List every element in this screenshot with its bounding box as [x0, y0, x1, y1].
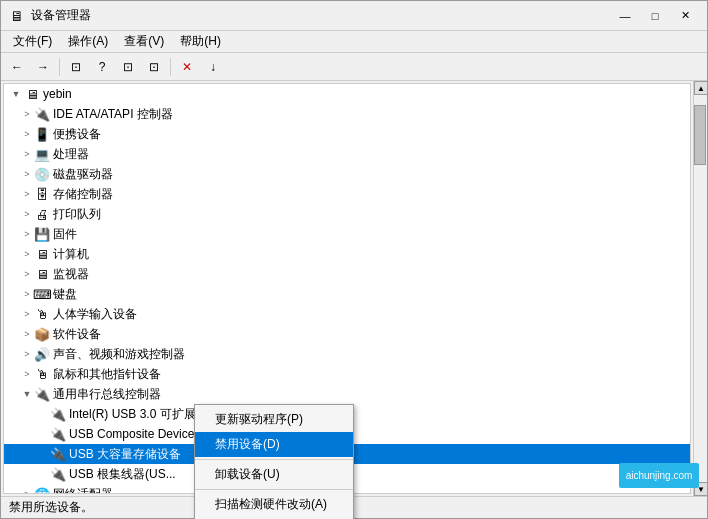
expand-icon: >	[20, 369, 34, 379]
menu-bar: 文件(F) 操作(A) 查看(V) 帮助(H)	[1, 31, 707, 53]
watermark-text: aichunjing.com	[626, 470, 693, 481]
tree-root[interactable]: ▼ 🖥 yebin	[4, 84, 690, 104]
down-btn[interactable]: ↓	[201, 56, 225, 78]
toolbar-separator-1	[59, 58, 60, 76]
tree-item-label: 声音、视频和游戏控制器	[53, 346, 185, 363]
window-title: 设备管理器	[31, 7, 611, 24]
tree-item-label: USB Composite Device	[69, 427, 194, 441]
back-button[interactable]: ←	[5, 56, 29, 78]
menu-view[interactable]: 查看(V)	[116, 31, 172, 52]
expand-icon: >	[20, 349, 34, 359]
tree-item-label: 打印队列	[53, 206, 101, 223]
menu-action[interactable]: 操作(A)	[60, 31, 116, 52]
tree-item-icon: 🔊	[34, 346, 50, 362]
tree-item-label: 磁盘驱动器	[53, 166, 113, 183]
tree-item-monitor[interactable]: > 🖥 监视器	[4, 264, 690, 284]
tree-item-hid[interactable]: > 🖱 人体学输入设备	[4, 304, 690, 324]
title-bar-buttons: — □ ✕	[611, 5, 699, 27]
tree-item-label: 存储控制器	[53, 186, 113, 203]
expand-icon: >	[20, 489, 34, 494]
tree-item-icon: 🖨	[34, 206, 50, 222]
scrollbar-thumb[interactable]	[694, 105, 706, 165]
tree-item-label: 固件	[53, 226, 77, 243]
expand-icon: >	[20, 109, 34, 119]
toolbar-separator-2	[170, 58, 171, 76]
tree-item-label: 便携设备	[53, 126, 101, 143]
tree-item-com[interactable]: ▼ 🔌 通用串行总线控制器	[4, 384, 690, 404]
context-menu-item-update-driver[interactable]: 更新驱动程序(P)	[195, 407, 353, 432]
context-menu-item-scan-hardware[interactable]: 扫描检测硬件改动(A)	[195, 492, 353, 517]
tree-item-icon: ⌨	[34, 286, 50, 302]
tree-item-icon: 🔌	[50, 426, 66, 442]
tree-item-audio[interactable]: > 🔊 声音、视频和游戏控制器	[4, 344, 690, 364]
scrollbar[interactable]: ▲ ▼	[693, 81, 707, 496]
tree-item-cpu[interactable]: > 💻 处理器	[4, 144, 690, 164]
tree-item-icon: 🖥	[34, 246, 50, 262]
toolbar: ← → ⊡ ? ⊡ ⊡ ✕ ↓	[1, 53, 707, 81]
content-area: ▼ 🖥 yebin > 🔌 IDE ATA/ATAPI 控制器 > 📱 便携设备…	[1, 81, 707, 496]
tree-item-print[interactable]: > 🖨 打印队列	[4, 204, 690, 224]
expand-icon: >	[20, 149, 34, 159]
title-bar: 🖥 设备管理器 — □ ✕	[1, 1, 707, 31]
tree-item-mouse[interactable]: > 🖱 鼠标和其他指针设备	[4, 364, 690, 384]
window-icon: 🖥	[9, 8, 25, 24]
expand-icon: >	[20, 249, 34, 259]
maximize-button[interactable]: □	[641, 5, 669, 27]
tree-item-computer[interactable]: > 🖥 计算机	[4, 244, 690, 264]
expand-icon: ▼	[20, 389, 34, 399]
context-menu-item-uninstall-device[interactable]: 卸载设备(U)	[195, 462, 353, 487]
context-menu: 更新驱动程序(P)禁用设备(D)卸载设备(U)扫描检测硬件改动(A)	[194, 404, 354, 519]
tree-item-label: 网络适配器	[53, 486, 113, 495]
tree-item-ide[interactable]: > 🔌 IDE ATA/ATAPI 控制器	[4, 104, 690, 124]
tree-item-label: 键盘	[53, 286, 77, 303]
tree-item-icon: 💾	[34, 226, 50, 242]
tree-item-software[interactable]: > 📦 软件设备	[4, 324, 690, 344]
context-menu-separator	[195, 489, 353, 490]
tree-item-icon: 🌐	[34, 486, 50, 494]
menu-help[interactable]: 帮助(H)	[172, 31, 229, 52]
scroll-up-button[interactable]: ▲	[694, 81, 707, 95]
tree-item-storage[interactable]: > 🗄 存储控制器	[4, 184, 690, 204]
status-text: 禁用所选设备。	[9, 499, 93, 516]
toolbar-btn-3[interactable]: ⊡	[116, 56, 140, 78]
tree-item-label: 处理器	[53, 146, 89, 163]
toolbar-btn-2[interactable]: ?	[90, 56, 114, 78]
root-label: yebin	[43, 87, 72, 101]
watermark: aichunjing.com	[619, 463, 699, 488]
expand-icon: >	[20, 189, 34, 199]
expand-icon: >	[20, 309, 34, 319]
disable-btn[interactable]: ✕	[175, 56, 199, 78]
tree-item-icon: 💻	[34, 146, 50, 162]
expand-icon: >	[20, 229, 34, 239]
tree-item-label: 通用串行总线控制器	[53, 386, 161, 403]
tree-item-label: USB 根集线器(US...	[69, 466, 176, 483]
root-expand-icon: ▼	[8, 89, 24, 99]
root-icon: 🖥	[24, 86, 40, 102]
main-window: 🖥 设备管理器 — □ ✕ 文件(F) 操作(A) 查看(V) 帮助(H) ← …	[0, 0, 708, 519]
tree-item-disk[interactable]: > 💿 磁盘驱动器	[4, 164, 690, 184]
scrollbar-track[interactable]	[694, 95, 707, 482]
tree-item-portable[interactable]: > 📱 便携设备	[4, 124, 690, 144]
tree-item-icon: 🖱	[34, 366, 50, 382]
toolbar-btn-1[interactable]: ⊡	[64, 56, 88, 78]
context-menu-item-disable-device[interactable]: 禁用设备(D)	[195, 432, 353, 457]
status-bar: 禁用所选设备。	[1, 496, 707, 518]
minimize-button[interactable]: —	[611, 5, 639, 27]
forward-button[interactable]: →	[31, 56, 55, 78]
tree-item-label: 软件设备	[53, 326, 101, 343]
expand-icon: >	[20, 129, 34, 139]
menu-file[interactable]: 文件(F)	[5, 31, 60, 52]
tree-item-firmware[interactable]: > 💾 固件	[4, 224, 690, 244]
tree-item-icon: 💿	[34, 166, 50, 182]
expand-icon: >	[20, 209, 34, 219]
tree-item-icon: 🔌	[34, 106, 50, 122]
tree-item-icon: 📱	[34, 126, 50, 142]
toolbar-btn-4[interactable]: ⊡	[142, 56, 166, 78]
tree-item-icon: 🗄	[34, 186, 50, 202]
tree-item-icon: 🔌	[50, 406, 66, 422]
context-menu-separator	[195, 459, 353, 460]
tree-item-icon: 🔌	[34, 386, 50, 402]
close-button[interactable]: ✕	[671, 5, 699, 27]
expand-icon: >	[20, 169, 34, 179]
tree-item-keyboard[interactable]: > ⌨ 键盘	[4, 284, 690, 304]
